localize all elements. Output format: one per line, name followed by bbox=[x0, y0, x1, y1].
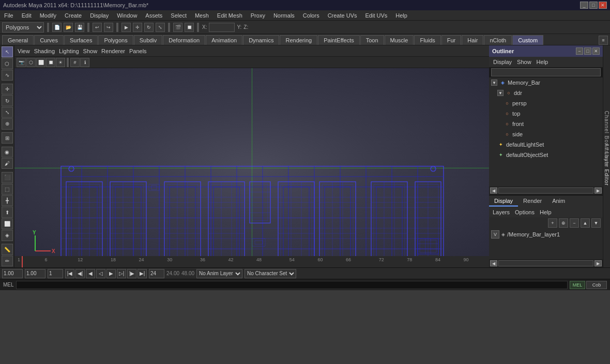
character-select[interactable]: No Character Set bbox=[245, 269, 296, 278]
script-python-button[interactable]: Cob bbox=[586, 281, 607, 289]
shelf-tab-ncloth[interactable]: nCloth bbox=[484, 35, 512, 45]
script-mel-button[interactable]: MEL bbox=[570, 281, 585, 289]
menu-display[interactable]: Display bbox=[86, 11, 113, 20]
viewport-menu-panels[interactable]: Panels bbox=[129, 48, 147, 54]
viewport-menu-show[interactable]: Show bbox=[83, 48, 98, 54]
new-layer-icon[interactable]: + bbox=[548, 218, 557, 228]
shelf-tab-deformation[interactable]: Deformation bbox=[163, 35, 205, 45]
outliner-item-objectset[interactable]: ✦ defaultObjectSet bbox=[489, 150, 603, 160]
move-tool-icon[interactable]: ✛ bbox=[133, 23, 142, 32]
extrude-tool[interactable]: ⬆ bbox=[2, 207, 13, 217]
camera-icon[interactable]: 📷 bbox=[17, 58, 26, 67]
shelf-tab-surfaces[interactable]: Surfaces bbox=[64, 35, 98, 45]
mode-selector[interactable]: Polygons Animation Rendering Dynamics nD… bbox=[2, 22, 44, 33]
outliner-item-front[interactable]: ○ front bbox=[489, 119, 603, 129]
layer-tab-display[interactable]: Display bbox=[489, 196, 518, 207]
outliner-item-lightset[interactable]: ✦ defaultLightSet bbox=[489, 139, 603, 150]
save-file-icon[interactable]: 💾 bbox=[75, 23, 84, 32]
anim-layer-select[interactable]: No Anim Layer bbox=[196, 269, 242, 278]
shelf-tab-general[interactable]: General bbox=[2, 35, 34, 45]
ipr-icon[interactable]: 🔲 bbox=[185, 23, 194, 32]
paint-select-tool[interactable]: ⬡ bbox=[2, 58, 13, 69]
next-frame-button[interactable]: ▷| bbox=[117, 269, 126, 278]
merge-tool[interactable]: ◈ bbox=[2, 230, 13, 241]
delete-layer-icon[interactable]: − bbox=[570, 218, 579, 228]
menu-window[interactable]: Window bbox=[113, 11, 141, 20]
scroll-track[interactable] bbox=[498, 187, 593, 194]
new-layer-obj-icon[interactable]: ⊕ bbox=[559, 218, 568, 228]
prev-key-button[interactable]: ◀| bbox=[75, 269, 85, 278]
menu-file[interactable]: File bbox=[0, 11, 18, 20]
shelf-tab-dynamics[interactable]: Dynamics bbox=[243, 35, 279, 45]
layer-menu-help[interactable]: Help bbox=[538, 209, 553, 215]
layer-scroll-right[interactable]: ▶ bbox=[594, 260, 602, 266]
grid-icon[interactable]: # bbox=[70, 58, 80, 67]
close-button[interactable]: ✕ bbox=[599, 2, 607, 9]
shelf-tab-subdiv[interactable]: Subdiv bbox=[134, 35, 163, 45]
shelf-tab-hair[interactable]: Hair bbox=[462, 35, 483, 45]
layer-scroll-track[interactable] bbox=[498, 260, 593, 266]
rotate-tool[interactable]: ↻ bbox=[2, 95, 13, 106]
outliner-item-persp[interactable]: ○ persp bbox=[489, 98, 603, 108]
shelf-tab-custom[interactable]: Custom bbox=[512, 35, 543, 45]
mel-input[interactable] bbox=[16, 281, 568, 289]
go-end-button[interactable]: ▶| bbox=[138, 269, 147, 278]
shelf-tab-polygons[interactable]: Polygons bbox=[98, 35, 133, 45]
viewport-canvas[interactable]: .wf { stroke: #2222cc; stroke-width: 0.8… bbox=[14, 68, 489, 267]
redo-icon[interactable]: ↪ bbox=[104, 23, 113, 32]
layer-tab-render[interactable]: Render bbox=[518, 196, 547, 207]
play-forward-button[interactable]: ▶ bbox=[106, 269, 116, 278]
outliner-close-button[interactable]: ✕ bbox=[592, 48, 600, 55]
layer-menu-options[interactable]: Options bbox=[513, 209, 536, 215]
heads-up-icon[interactable]: ℹ bbox=[80, 58, 89, 67]
move-tool[interactable]: ✛ bbox=[2, 84, 13, 94]
menu-edit-mesh[interactable]: Edit Mesh bbox=[213, 11, 247, 20]
outliner-menu-help[interactable]: Help bbox=[535, 59, 551, 65]
menu-proxy[interactable]: Proxy bbox=[247, 11, 269, 20]
shelf-options-icon[interactable]: ≡ bbox=[599, 36, 608, 45]
shelf-tab-muscle[interactable]: Muscle bbox=[385, 35, 414, 45]
new-file-icon[interactable]: 📄 bbox=[52, 23, 62, 32]
menu-mesh[interactable]: Mesh bbox=[191, 11, 213, 20]
menu-colors[interactable]: Colors bbox=[299, 11, 324, 20]
layer-scroll-left[interactable]: ◀ bbox=[490, 260, 497, 266]
select-tool-icon[interactable]: ▶ bbox=[121, 23, 131, 32]
open-file-icon[interactable]: 📂 bbox=[64, 23, 73, 32]
menu-edit-uvs[interactable]: Edit UVs bbox=[361, 11, 392, 20]
sculpt-tool[interactable]: 🖌 bbox=[2, 158, 13, 169]
bridge-tool[interactable]: ⬜ bbox=[2, 218, 13, 229]
shelf-tab-animation[interactable]: Animation bbox=[206, 35, 242, 45]
split-poly[interactable]: ╋ bbox=[2, 195, 13, 206]
soft-mod-tool[interactable]: ◉ bbox=[2, 147, 13, 157]
viewport-menu-renderer[interactable]: Renderer bbox=[101, 48, 125, 54]
scale-tool[interactable]: ⤡ bbox=[2, 107, 13, 118]
wireframe-icon[interactable]: ⬡ bbox=[26, 58, 36, 67]
append-poly[interactable]: ⬚ bbox=[2, 184, 13, 195]
x-input[interactable] bbox=[209, 23, 235, 32]
shelf-tab-fur[interactable]: Fur bbox=[441, 35, 462, 45]
texture-icon[interactable]: 🔲 bbox=[46, 58, 55, 67]
outliner-menu-display[interactable]: Display bbox=[491, 59, 514, 65]
undo-icon[interactable]: ↩ bbox=[93, 23, 102, 32]
menu-help[interactable]: Help bbox=[391, 11, 411, 20]
shelf-tab-painteffects[interactable]: PaintEffects bbox=[318, 35, 360, 45]
prev-frame-button[interactable]: ◀ bbox=[86, 269, 95, 278]
frame-current-input[interactable] bbox=[25, 269, 45, 278]
menu-create-uvs[interactable]: Create UVs bbox=[324, 11, 361, 20]
shelf-tab-toon[interactable]: Toon bbox=[360, 35, 384, 45]
outliner-item-side[interactable]: ○ side bbox=[489, 129, 603, 139]
layer-row-memory-bar[interactable]: V ◈ /Memory_Bar_layer1 bbox=[489, 229, 603, 240]
outliner-item-memory-bar[interactable]: ▼ ◈ Memory_Bar bbox=[489, 77, 603, 88]
show-manipulator[interactable]: ⊞ bbox=[2, 132, 13, 143]
outliner-menu-show[interactable]: Show bbox=[515, 59, 533, 65]
outliner-item-ddr[interactable]: ▼ ○ ddr bbox=[489, 88, 603, 98]
shelf-tab-fluids[interactable]: Fluids bbox=[414, 35, 440, 45]
measure-tool[interactable]: 📏 bbox=[2, 244, 13, 255]
frame-start-input[interactable] bbox=[2, 269, 23, 278]
scroll-left-btn[interactable]: ◀ bbox=[490, 187, 497, 194]
menu-normals[interactable]: Normals bbox=[269, 11, 299, 20]
expand-icon-ddr[interactable]: ▼ bbox=[497, 90, 504, 96]
lasso-tool[interactable]: ∿ bbox=[2, 70, 13, 81]
shelf-tab-rendering[interactable]: Rendering bbox=[280, 35, 317, 45]
move-layer-down-icon[interactable]: ▼ bbox=[591, 218, 601, 228]
